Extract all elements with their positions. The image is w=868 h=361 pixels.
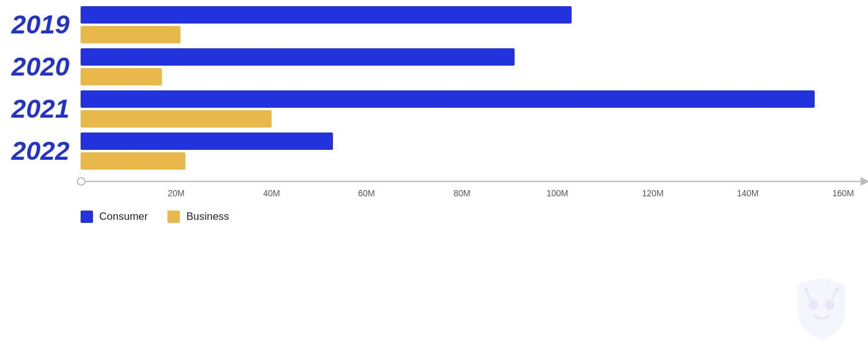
bar-business-2022 [81,152,185,170]
tick-140M: 140M [737,188,758,198]
x-axis-ticks: 20M40M60M80M100M120M140M160M [81,175,868,199]
year-group-2019: 2019 [0,6,868,43]
year-group-2021: 2021 [0,90,868,128]
tick-20M: 20M [167,188,184,198]
year-label-2021: 2021 [0,96,81,122]
legend-label-business: Business [186,211,229,223]
svg-point-5 [835,288,839,292]
year-group-2022: 2022 [0,133,868,170]
legend-item-business: Business [167,211,229,223]
svg-point-1 [825,300,835,310]
tick-120M: 120M [642,188,663,198]
bars-group-2020 [81,48,515,85]
year-label-2022: 2022 [0,138,81,164]
chart-container: 2019202020212022 20M40M60M80M100M120M140… [0,0,868,361]
tick-100M: 100M [546,188,568,198]
bar-business-2020 [81,68,162,85]
bar-consumer-2022 [81,133,333,150]
legend-label-consumer: Consumer [99,211,148,223]
bars-group-2019 [81,6,572,43]
legend: ConsumerBusiness [81,211,868,223]
tick-80M: 80M [453,188,470,198]
tick-60M: 60M [358,188,374,198]
bar-consumer-2020 [81,48,515,66]
year-group-2020: 2020 [0,48,868,85]
tick-160M: 160M [832,188,854,198]
bars-group-2022 [81,133,333,170]
bar-consumer-2019 [81,6,572,24]
legend-item-consumer: Consumer [81,211,148,223]
legend-swatch-consumer [81,211,93,223]
legend-swatch-business [167,211,180,223]
bar-consumer-2021 [81,90,815,108]
watermark [787,274,856,342]
bar-business-2021 [81,110,272,128]
x-axis: 20M40M60M80M100M120M140M160M [81,175,868,199]
tick-40M: 40M [263,188,280,198]
bars-group-2021 [81,90,815,128]
bar-business-2019 [81,26,180,43]
year-rows: 2019202020212022 [0,6,868,170]
svg-point-4 [804,288,808,292]
svg-point-0 [808,300,818,310]
year-label-2019: 2019 [0,12,81,38]
year-label-2020: 2020 [0,54,81,80]
